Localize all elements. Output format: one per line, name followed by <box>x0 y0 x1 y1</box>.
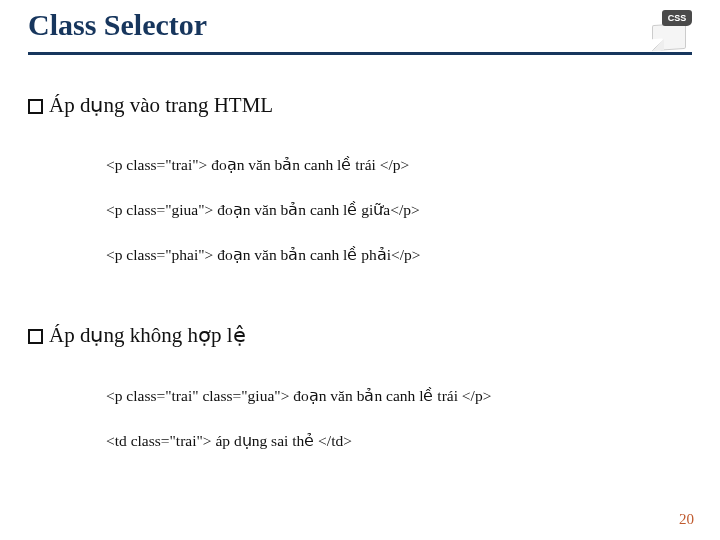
section-heading-2: Áp dụng không hợp lệ <box>28 323 692 348</box>
css-badge-text: CSS <box>662 10 692 26</box>
code-line: <td class="trai"> áp dụng sai thẻ </td> <box>106 430 692 452</box>
page-number: 20 <box>679 511 694 528</box>
title-underline <box>28 52 692 55</box>
bullet-box-icon <box>28 329 43 344</box>
css-file-icon: CSS <box>646 10 692 50</box>
code-line: <p class="phai"> đoạn văn bản canh lề ph… <box>106 244 692 266</box>
code-line: <p class="giua"> đoạn văn bản canh lề gi… <box>106 199 692 221</box>
bullet-box-icon <box>28 99 43 114</box>
code-line: <p class="trai"> đoạn văn bản canh lề tr… <box>106 154 692 176</box>
section-heading-1: Áp dụng vào trang HTML <box>28 93 692 118</box>
code-line: <p class="trai" class="giua"> đoạn văn b… <box>106 385 692 407</box>
code-block-1: <p class="trai"> đoạn văn bản canh lề tr… <box>106 132 692 289</box>
code-block-2: <p class="trai" class="giua"> đoạn văn b… <box>106 362 692 474</box>
slide-title: Class Selector <box>28 8 207 46</box>
section-heading-1-text: Áp dụng vào trang HTML <box>49 93 273 118</box>
section-heading-2-text: Áp dụng không hợp lệ <box>49 323 246 348</box>
